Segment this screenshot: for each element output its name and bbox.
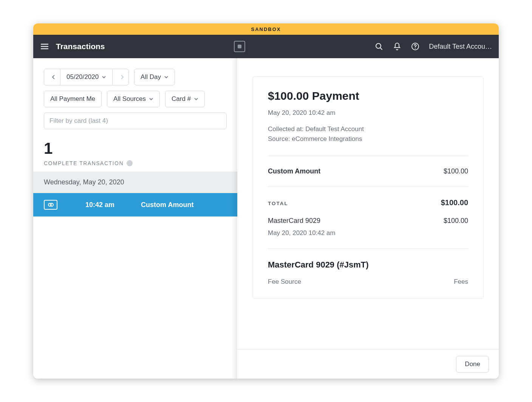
- date-picker-label: 05/20/2020: [66, 73, 99, 81]
- transaction-time: 10:42 am: [85, 201, 114, 209]
- detail-section-title: MasterCard 9029 (#JsmT): [268, 260, 468, 270]
- account-label[interactable]: Default Test Accou…: [429, 43, 492, 51]
- card-filter-label: Card #: [172, 95, 191, 103]
- payment-method-filter-label: All Payment Me: [50, 95, 95, 103]
- mastercard-icon: [44, 200, 57, 210]
- square-logo-icon[interactable]: [234, 41, 245, 52]
- payment-method-filter-button[interactable]: All Payment Me: [44, 91, 102, 107]
- filter-bar: 05/20/2020 All Day All Payment Me All So…: [33, 69, 237, 129]
- detail-footer: Done: [237, 349, 499, 379]
- payment-method-label: MasterCard 9029: [268, 217, 320, 225]
- date-nav-group: 05/20/2020: [44, 69, 129, 85]
- chevron-down-icon: [102, 75, 106, 79]
- transaction-desc: Custom Amount: [141, 201, 193, 209]
- card-last4-input[interactable]: [44, 113, 227, 129]
- detail-card: $100.00 Payment May 20, 2020 10:42 am Co…: [252, 76, 484, 299]
- time-filter-label: All Day: [141, 73, 161, 81]
- card-filter-button[interactable]: Card #: [165, 91, 205, 107]
- help-icon[interactable]: [411, 42, 420, 51]
- main-body: 05/20/2020 All Day All Payment Me All So…: [33, 58, 499, 379]
- menu-icon[interactable]: [40, 42, 49, 51]
- sources-filter-label: All Sources: [113, 95, 146, 103]
- total-amount: $100.00: [441, 198, 468, 207]
- total-label: TOTAL: [268, 201, 288, 206]
- search-icon[interactable]: [374, 42, 384, 51]
- done-button[interactable]: Done: [456, 356, 489, 373]
- sandbox-banner: SANDBOX: [33, 23, 499, 35]
- detail-collected-at: Collected at: Default Test Account: [268, 124, 468, 134]
- transaction-count-label: COMPLETE TRANSACTION: [44, 160, 227, 166]
- detail-source: Source: eCommerce Integrations: [268, 134, 468, 144]
- date-prev-button[interactable]: [44, 69, 60, 85]
- left-pane: 05/20/2020 All Day All Payment Me All So…: [33, 58, 237, 379]
- sandbox-label: SANDBOX: [251, 26, 281, 32]
- transaction-row[interactable]: 10:42 am Custom Amount: [33, 193, 237, 216]
- app-window: SANDBOX Transactions Default Test Accou…: [33, 23, 499, 379]
- top-bar: Transactions Default Test Accou…: [33, 35, 499, 58]
- chevron-down-icon: [164, 75, 169, 79]
- bell-icon[interactable]: [393, 42, 402, 51]
- time-filter-button[interactable]: All Day: [134, 69, 175, 85]
- detail-timestamp: May 20, 2020 10:42 am: [268, 109, 468, 117]
- sources-filter-button[interactable]: All Sources: [107, 91, 160, 107]
- summary-block: 1 COMPLETE TRANSACTION: [33, 129, 237, 172]
- detail-pane: $100.00 Payment May 20, 2020 10:42 am Co…: [237, 58, 499, 379]
- fee-source-label: Fee Source: [268, 278, 301, 286]
- svg-point-2: [415, 48, 416, 49]
- line-item-amount: $100.00: [444, 167, 468, 175]
- info-icon[interactable]: [127, 160, 133, 166]
- payment-timestamp: May 20, 2020 10:42 am: [268, 229, 468, 237]
- transaction-count: 1: [44, 141, 227, 156]
- page-title: Transactions: [56, 42, 105, 51]
- chevron-down-icon: [194, 97, 198, 101]
- chevron-down-icon: [149, 97, 153, 101]
- date-picker-button[interactable]: 05/20/2020: [60, 69, 113, 85]
- date-group-header: Wednesday, May 20, 2020: [33, 172, 237, 193]
- date-next-button[interactable]: [112, 69, 129, 85]
- detail-title: $100.00 Payment: [268, 90, 468, 102]
- payment-method-amount: $100.00: [444, 217, 468, 225]
- fee-amount-label: Fees: [454, 278, 468, 286]
- line-item-label: Custom Amount: [268, 167, 320, 175]
